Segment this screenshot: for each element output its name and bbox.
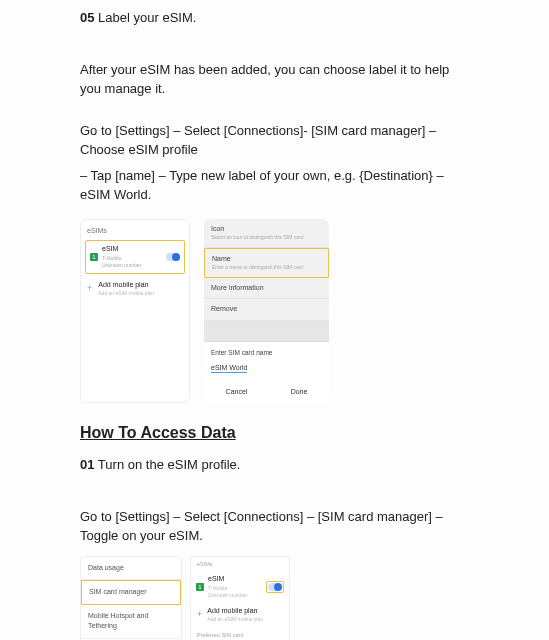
plus-icon: + xyxy=(87,282,92,296)
add-plan-sub: Add an eSIM mobile plan xyxy=(98,290,154,298)
row-icon-sub: Select an icon to distinguish this SIM c… xyxy=(211,234,322,242)
row-data-usage: Data usage xyxy=(81,557,181,581)
step-01-title: Turn on the eSIM profile. xyxy=(98,457,241,472)
plus-icon-2: + xyxy=(197,608,202,622)
sim-badge-icon: 1 xyxy=(90,253,98,261)
section-access-data: How To Access Data xyxy=(80,421,469,445)
card2-add-sub: Add an eSIM mobile plan xyxy=(207,616,263,624)
step-05: 05 Label your eSIM. xyxy=(80,8,469,28)
card2-esim-row: 1 eSIM T-Mobile Unknown number xyxy=(191,571,289,603)
paragraph-intro: After your eSIM has been added, you can … xyxy=(80,60,469,99)
row-remove-label: Remove xyxy=(211,304,322,315)
add-plan-row: + Add mobile plan Add an eSIM mobile pla… xyxy=(81,276,189,302)
toggle-on-icon-2 xyxy=(268,583,282,591)
esim-row: 1 eSIM T-Mobile Unknown number xyxy=(85,240,185,274)
instruction-3: Go to [Settings] – Select [Connections] … xyxy=(80,507,469,546)
esim-card: eSIMs 1 eSIM T-Mobile Unknown number + A… xyxy=(80,219,190,404)
dialog-buttons: Cancel Done xyxy=(204,382,329,404)
row-more: More information xyxy=(204,278,329,300)
toggle-on-icon xyxy=(166,253,180,261)
card2-add-row: + Add mobile plan Add an eSIM mobile pla… xyxy=(191,603,289,627)
row-icon-label: Icon xyxy=(211,224,322,235)
step-01-num: 01 xyxy=(80,457,94,472)
step-05-title: Label your eSIM. xyxy=(98,10,196,25)
sim-badge-icon-2: 1 xyxy=(196,583,204,591)
esim-sub1: T-Mobile xyxy=(102,255,162,263)
add-plan-title: Add mobile plan xyxy=(98,280,154,291)
figure-1: eSIMs 1 eSIM T-Mobile Unknown number + A… xyxy=(80,219,469,404)
row-remove: Remove xyxy=(204,299,329,321)
sim-detail-panel: Icon Select an icon to distinguish this … xyxy=(204,219,329,404)
esim-card-header: eSIMs xyxy=(81,224,189,239)
connections-list: Data usage SIM card manager Mobile Hotsp… xyxy=(80,556,182,640)
enter-name-title: Enter SIM card name xyxy=(211,348,322,358)
instruction-2: – Tap [name] – Type new label of your ow… xyxy=(80,166,469,205)
row-name-sub: Enter a name to distinguish this SIM car… xyxy=(212,264,321,272)
esim-title: eSIM xyxy=(102,244,162,255)
card2-esim-sub2: Unknown number xyxy=(208,592,262,600)
card2-header: eSIMs xyxy=(191,557,289,571)
sim-manager-card: eSIMs 1 eSIM T-Mobile Unknown number + A… xyxy=(190,556,290,640)
card2-esim-title: eSIM xyxy=(208,574,262,585)
enter-name-block: Enter SIM card name eSIM World xyxy=(204,341,329,382)
done-button: Done xyxy=(291,387,308,398)
card2-esim-sub1: T-Mobile xyxy=(208,585,262,593)
toggle-highlight xyxy=(266,581,284,593)
step-01: 01 Turn on the eSIM profile. xyxy=(80,455,469,475)
panel-gap xyxy=(204,321,329,341)
enter-name-value: eSIM World xyxy=(211,364,247,373)
card2-add-title: Add mobile plan xyxy=(207,606,263,617)
step-05-num: 05 xyxy=(80,10,94,25)
row-hotspot: Mobile Hotspot and Tethering xyxy=(81,605,181,639)
instruction-1: Go to [Settings] – Select [Connections]-… xyxy=(80,121,469,160)
card2-pref: Preferred SIM card xyxy=(191,627,289,641)
figure-2: Data usage SIM card manager Mobile Hotsp… xyxy=(80,556,469,640)
esim-sub2: Unknown number xyxy=(102,262,162,270)
row-icon: Icon Select an icon to distinguish this … xyxy=(204,219,329,248)
row-more-label: More information xyxy=(211,283,322,294)
cancel-button: Cancel xyxy=(226,387,248,398)
row-name: Name Enter a name to distinguish this SI… xyxy=(204,248,329,278)
row-name-label: Name xyxy=(212,254,321,265)
row-sim-card-manager: SIM card manager xyxy=(81,580,181,605)
